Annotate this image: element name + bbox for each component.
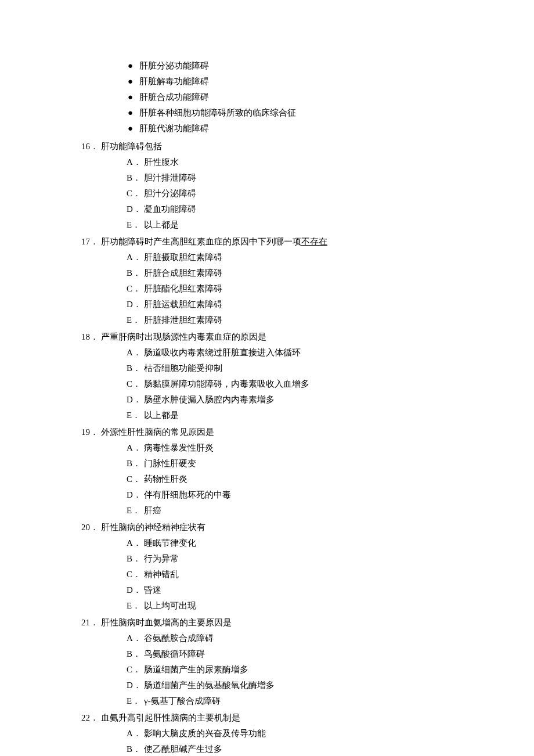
option: C．药物性肝炎 xyxy=(127,471,464,487)
question-20: 20． 肝性脑病的神经精神症状有 A．睡眠节律变化 B．行为异常 C．精神错乱 … xyxy=(81,520,464,614)
option-text: 肝脏运载胆红素障碍 xyxy=(144,297,222,312)
option-text: 药物性肝炎 xyxy=(144,471,187,487)
question-stem: 22． 血氨升高引起肝性脑病的主要机制是 xyxy=(81,710,464,726)
option: A．肝脏摄取胆红素障碍 xyxy=(127,250,464,265)
option-text: 鸟氨酸循环障碍 xyxy=(144,646,205,662)
option-text: 肠道细菌产生的氨基酸氧化酶增多 xyxy=(144,678,275,693)
option-label: C． xyxy=(127,186,144,201)
option-label: A． xyxy=(127,440,144,456)
option-text: 胆汁排泄障碍 xyxy=(144,170,196,186)
option-label: B． xyxy=(127,170,144,186)
bullet-marker-icon: ● xyxy=(128,105,139,121)
option-text: 胆汁分泌障碍 xyxy=(144,186,196,201)
question-16: 16． 肝功能障碍包括 A．肝性腹水 B．胆汁排泄障碍 C．胆汁分泌障碍 D．凝… xyxy=(81,139,464,233)
options-list: A．肝脏摄取胆红素障碍 B．肝脏合成胆红素障碍 C．肝脏酯化胆红素障碍 D．肝脏… xyxy=(127,250,464,328)
option: B．肝脏合成胆红素障碍 xyxy=(127,265,464,281)
options-list: A．病毒性暴发性肝炎 B．门脉性肝硬变 C．药物性肝炎 D．伴有肝细胞坏死的中毒… xyxy=(127,440,464,519)
question-stem: 21． 肝性脑病时血氨增高的主要原因是 xyxy=(81,615,464,631)
option: C．精神错乱 xyxy=(127,567,464,582)
option: D．昏迷 xyxy=(127,582,464,598)
option-text: 影响大脑皮质的兴奋及传导功能 xyxy=(144,726,266,741)
question-number: 20． xyxy=(81,520,101,535)
options-list: A．肠道吸收内毒素绕过肝脏直接进入体循环 B．枯否细胞功能受抑制 C．肠黏膜屏障… xyxy=(127,345,464,423)
option: D．凝血功能障碍 xyxy=(127,201,464,217)
option-label: D． xyxy=(127,582,144,598)
question-text: 肝性脑病时血氨增高的主要原因是 xyxy=(101,615,464,631)
question-number: 19． xyxy=(81,424,101,440)
question-text: 肝功能障碍时产生高胆红素血症的原因中下列哪一项不存在 xyxy=(101,234,464,250)
option-label: A． xyxy=(127,535,144,551)
option-label: E． xyxy=(127,693,144,709)
option: D．伴有肝细胞坏死的中毒 xyxy=(127,487,464,503)
question-number: 18． xyxy=(81,329,101,345)
option: B．枯否细胞功能受抑制 xyxy=(127,361,464,376)
option-label: D． xyxy=(127,487,144,503)
bullet-text: 肝脏分泌功能障碍 xyxy=(139,58,209,74)
option-text: 肝脏合成胆红素障碍 xyxy=(144,265,222,281)
option-label: D． xyxy=(127,201,144,217)
question-stem: 16． 肝功能障碍包括 xyxy=(81,139,464,154)
option-label: E． xyxy=(127,312,144,328)
option: C．肝脏酯化胆红素障碍 xyxy=(127,281,464,297)
option: B．门脉性肝硬变 xyxy=(127,456,464,471)
bullet-item: ● 肝脏解毒功能障碍 xyxy=(128,74,464,89)
stem-plain: 肝功能障碍时产生高胆红素血症的原因中下列哪一项 xyxy=(101,237,301,246)
bullet-text: 肝脏各种细胞功能障碍所致的临床综合征 xyxy=(139,105,296,121)
option-text: 伴有肝细胞坏死的中毒 xyxy=(144,487,231,503)
option-text: 门脉性肝硬变 xyxy=(144,456,196,471)
question-stem: 17． 肝功能障碍时产生高胆红素血症的原因中下列哪一项不存在 xyxy=(81,234,464,250)
question-text: 肝功能障碍包括 xyxy=(101,139,464,154)
options-list: A．谷氨酰胺合成障碍 B．鸟氨酸循环障碍 C．肠道细菌产生的尿素酶增多 D．肠道… xyxy=(127,631,464,709)
option: A．肠道吸收内毒素绕过肝脏直接进入体循环 xyxy=(127,345,464,361)
question-text: 血氨升高引起肝性脑病的主要机制是 xyxy=(101,710,464,726)
question-text: 严重肝病时出现肠源性内毒素血症的原因是 xyxy=(101,329,464,345)
option-text: γ-氨基丁酸合成障碍 xyxy=(144,693,221,709)
bullet-item: ● 肝脏分泌功能障碍 xyxy=(128,58,464,74)
options-list: A．肝性腹水 B．胆汁排泄障碍 C．胆汁分泌障碍 D．凝血功能障碍 E．以上都是 xyxy=(127,154,464,233)
option-text: 肝性腹水 xyxy=(144,154,179,170)
option-label: B． xyxy=(127,361,144,376)
bullet-marker-icon: ● xyxy=(128,74,139,89)
options-list: A．影响大脑皮质的兴奋及传导功能 B．使乙酰胆碱产生过多 xyxy=(127,726,464,756)
option-text: 谷氨酰胺合成障碍 xyxy=(144,631,214,646)
option: E．肝脏排泄胆红素障碍 xyxy=(127,312,464,328)
option-label: C． xyxy=(127,471,144,487)
bullet-item: ● 肝脏各种细胞功能障碍所致的临床综合征 xyxy=(128,105,464,121)
bullet-text: 肝脏代谢功能障碍 xyxy=(139,121,209,136)
option-label: E． xyxy=(127,408,144,423)
question-number: 16． xyxy=(81,139,101,154)
question-17: 17． 肝功能障碍时产生高胆红素血症的原因中下列哪一项不存在 A．肝脏摄取胆红素… xyxy=(81,234,464,328)
option: C．胆汁分泌障碍 xyxy=(127,186,464,201)
option: E．γ-氨基丁酸合成障碍 xyxy=(127,693,464,709)
question-19: 19． 外源性肝性脑病的常见原因是 A．病毒性暴发性肝炎 B．门脉性肝硬变 C．… xyxy=(81,424,464,519)
option: B．使乙酰胆碱产生过多 xyxy=(127,741,464,756)
option: A．影响大脑皮质的兴奋及传导功能 xyxy=(127,726,464,741)
bullet-item: ● 肝脏代谢功能障碍 xyxy=(128,121,464,136)
question-22: 22． 血氨升高引起肝性脑病的主要机制是 A．影响大脑皮质的兴奋及传导功能 B．… xyxy=(81,710,464,756)
option-text: 行为异常 xyxy=(144,551,179,567)
option-label: B． xyxy=(127,646,144,662)
question-number: 17． xyxy=(81,234,101,250)
option: B．行为异常 xyxy=(127,551,464,567)
question-text: 肝性脑病的神经精神症状有 xyxy=(101,520,464,535)
option-label: C． xyxy=(127,376,144,392)
option-text: 病毒性暴发性肝炎 xyxy=(144,440,214,456)
option-label: D． xyxy=(127,678,144,693)
question-18: 18． 严重肝病时出现肠源性内毒素血症的原因是 A．肠道吸收内毒素绕过肝脏直接进… xyxy=(81,329,464,423)
question-stem: 18． 严重肝病时出现肠源性内毒素血症的原因是 xyxy=(81,329,464,345)
option-text: 肠道吸收内毒素绕过肝脏直接进入体循环 xyxy=(144,345,301,361)
option: B．鸟氨酸循环障碍 xyxy=(127,646,464,662)
stem-underlined: 不存在 xyxy=(301,237,327,246)
option-text: 肠壁水肿使漏入肠腔内内毒素增多 xyxy=(144,392,275,408)
option-label: B． xyxy=(127,551,144,567)
option-text: 凝血功能障碍 xyxy=(144,201,196,217)
option-label: C． xyxy=(127,567,144,582)
option-text: 睡眠节律变化 xyxy=(144,535,196,551)
question-stem: 19． 外源性肝性脑病的常见原因是 xyxy=(81,424,464,440)
option-text: 肝脏排泄胆红素障碍 xyxy=(144,312,222,328)
option: E．以上均可出现 xyxy=(127,598,464,614)
question-number: 22． xyxy=(81,710,101,726)
option-label: A． xyxy=(127,345,144,361)
option: B．胆汁排泄障碍 xyxy=(127,170,464,186)
option-label: B． xyxy=(127,265,144,281)
